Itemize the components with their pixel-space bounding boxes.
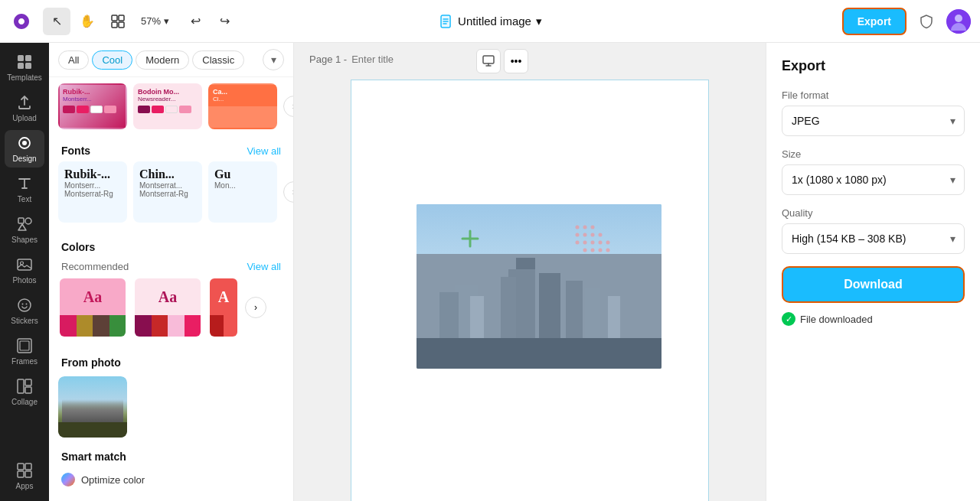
from-photo-image[interactable] <box>58 376 127 438</box>
canvas-image[interactable] <box>416 204 662 369</box>
smart-match-section: Smart match <box>49 447 293 470</box>
colors-title: Colors <box>61 241 95 253</box>
svg-rect-8 <box>25 55 31 61</box>
svg-point-6 <box>955 15 962 22</box>
file-format-label: File format <box>782 89 965 101</box>
svg-rect-15 <box>18 259 31 270</box>
smart-match-title: Smart match <box>61 451 126 463</box>
present-button[interactable] <box>476 49 501 73</box>
svg-rect-2 <box>112 22 117 28</box>
svg-point-17 <box>18 299 31 311</box>
svg-point-54 <box>583 249 587 252</box>
fonts-view-all[interactable]: View all <box>247 145 281 157</box>
style-preview-2[interactable]: Bodoin Mo... Newsreader... <box>133 83 202 129</box>
colors-section-header: Colors <box>49 232 293 258</box>
filter-tabs: All Cool Modern Classic ▾ <box>49 43 293 77</box>
style-preview-next[interactable]: › <box>283 96 293 117</box>
export-panel-title: Export <box>782 58 965 74</box>
zoom-chevron: ▾ <box>164 15 169 27</box>
svg-rect-27 <box>18 471 24 477</box>
filter-tab-modern[interactable]: Modern <box>136 50 189 70</box>
fonts-title: Fonts <box>61 145 90 157</box>
sidebar-item-shapes[interactable]: Shapes <box>5 211 44 249</box>
title-chevron[interactable]: ▾ <box>536 15 542 28</box>
svg-rect-7 <box>18 55 24 61</box>
panel-sidebar: All Cool Modern Classic ▾ Rubik-... Mont… <box>49 43 294 501</box>
filter-tab-classic[interactable]: Classic <box>192 50 244 70</box>
svg-point-46 <box>583 233 587 237</box>
hand-tool[interactable]: ✋ <box>74 8 101 35</box>
redo-button[interactable]: ↪ <box>211 8 238 35</box>
svg-point-45 <box>576 233 580 237</box>
filter-tab-all[interactable]: All <box>58 50 89 70</box>
font-preview-next[interactable]: › <box>283 181 293 203</box>
svg-rect-22 <box>18 379 24 393</box>
svg-rect-28 <box>25 471 31 477</box>
color-preview-3[interactable]: A <box>208 277 239 338</box>
undo-button[interactable]: ↩ <box>181 8 209 35</box>
size-select[interactable]: 0.5x (540 x 540 px) 1x (1080 x 1080 px) … <box>782 164 965 195</box>
sidebar-item-photos[interactable]: Photos <box>5 252 44 289</box>
svg-rect-10 <box>25 63 31 69</box>
color-preview-next[interactable]: › <box>245 297 266 318</box>
recommended-header: Recommended View all <box>49 258 293 277</box>
from-photo-header: From photo <box>49 347 293 373</box>
style-preview-3[interactable]: Ca... Cl... <box>208 83 277 129</box>
sidebar-item-apps[interactable]: Apps <box>5 457 44 495</box>
font-preview-3[interactable]: Gu Mon... <box>208 161 277 223</box>
size-label: Size <box>782 148 965 160</box>
svg-rect-29 <box>483 56 494 63</box>
file-downloaded-status: ✓ File downloaded <box>782 312 965 326</box>
svg-point-52 <box>599 241 603 245</box>
sidebar-item-design[interactable]: Design <box>5 130 44 168</box>
font-preview-2[interactable]: Chin... Montserrat... Montserrat-Rg <box>133 161 202 223</box>
sidebar-item-stickers[interactable]: Stickers <box>5 292 44 330</box>
svg-rect-25 <box>18 464 24 470</box>
color-previews: Aa Aa A <box>49 277 293 347</box>
svg-rect-23 <box>25 379 31 386</box>
layout-tool[interactable] <box>104 8 132 35</box>
document-icon <box>438 14 453 29</box>
quality-select-wrapper: Low Medium High (154 KB – 308 KB) <box>782 223 965 254</box>
canva-logo[interactable] <box>9 9 34 34</box>
optimize-color-button[interactable]: Optimize color <box>58 470 148 490</box>
color-preview-2[interactable]: Aa <box>133 277 202 338</box>
sidebar-item-frames[interactable]: Frames <box>5 333 44 370</box>
icon-sidebar: Templates Upload Design Text Shapes Phot… <box>0 43 49 501</box>
file-downloaded-label: File downloaded <box>800 314 873 325</box>
size-field: Size 0.5x (540 x 540 px) 1x (1080 x 1080… <box>782 148 965 195</box>
quality-label: Quality <box>782 207 965 219</box>
font-previews: Rubik-... Montserr... Montserrat-Rg Chin… <box>49 161 293 232</box>
file-format-select[interactable]: JPEG PNG PDF SVG GIF <box>782 106 965 136</box>
select-tool[interactable]: ↖ <box>43 8 70 35</box>
sidebar-item-templates[interactable]: Templates <box>5 49 44 86</box>
svg-point-53 <box>606 241 610 245</box>
font-preview-1[interactable]: Rubik-... Montserr... Montserrat-Rg <box>58 161 127 223</box>
sidebar-item-text[interactable]: Text <box>5 171 44 208</box>
sidebar-item-collage[interactable]: Collage <box>5 373 44 411</box>
color-preview-1[interactable]: Aa <box>58 277 127 338</box>
filter-tab-more[interactable]: ▾ <box>263 49 284 70</box>
svg-rect-3 <box>119 22 124 28</box>
style-preview-1[interactable]: Rubik-... Montserr... <box>58 83 127 129</box>
shield-button[interactable] <box>913 8 940 35</box>
from-photo-title: From photo <box>61 356 121 369</box>
svg-rect-41 <box>416 338 662 369</box>
export-button[interactable]: Export <box>842 8 906 35</box>
more-options-button[interactable]: ••• <box>504 49 528 73</box>
file-format-select-wrapper: JPEG PNG PDF SVG GIF <box>782 106 965 136</box>
svg-point-50 <box>583 241 587 245</box>
filter-tab-cool[interactable]: Cool <box>92 50 132 70</box>
colors-view-all[interactable]: View all <box>247 261 281 272</box>
user-avatar[interactable] <box>946 9 971 34</box>
quality-select[interactable]: Low Medium High (154 KB – 308 KB) <box>782 223 965 254</box>
page-title-input[interactable] <box>351 54 443 65</box>
sidebar-item-upload[interactable]: Upload <box>5 89 44 127</box>
svg-point-56 <box>599 249 603 252</box>
zoom-control[interactable]: 57% ▾ <box>135 8 175 35</box>
document-title: Untitled image <box>458 15 531 28</box>
svg-point-49 <box>576 241 580 245</box>
svg-point-16 <box>21 262 24 265</box>
download-button[interactable]: Download <box>782 266 965 303</box>
quality-field: Quality Low Medium High (154 KB – 308 KB… <box>782 207 965 254</box>
